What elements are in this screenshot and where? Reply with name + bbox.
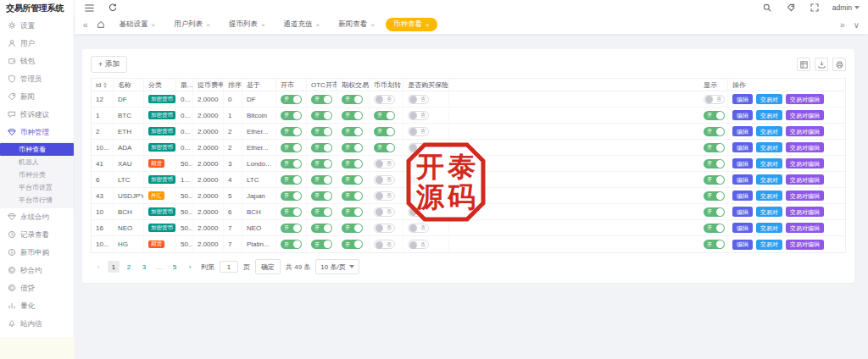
otc-open-toggle[interactable]	[311, 224, 332, 233]
edit-button[interactable]: 编辑	[732, 126, 753, 136]
open-market-toggle[interactable]	[281, 159, 302, 168]
tab-withdraw-list[interactable]: 提币列表×	[221, 18, 273, 31]
trade-pair-button[interactable]: 交易对	[756, 223, 782, 233]
edit-button[interactable]: 编辑	[732, 240, 753, 250]
trade-pair-edit-button[interactable]: 交易对编辑	[786, 126, 824, 136]
insurance-toggle[interactable]	[408, 224, 429, 233]
sidebar-subitem-coin-view[interactable]: 币种查看	[0, 143, 74, 156]
page-confirm-button[interactable]: 确定	[255, 259, 281, 274]
insurance-toggle[interactable]	[408, 240, 429, 249]
insurance-toggle[interactable]	[408, 159, 429, 168]
page-number[interactable]: 5	[169, 261, 181, 273]
page-number[interactable]: 3	[138, 261, 150, 273]
sidebar-item-users[interactable]: 用户	[0, 35, 74, 52]
display-toggle[interactable]	[704, 159, 725, 168]
sidebar-item-new-coin-subscription[interactable]: 新币申购	[0, 244, 74, 262]
trade-pair-edit-button[interactable]: 交易对编辑	[786, 207, 824, 217]
otc-open-toggle[interactable]	[311, 240, 332, 249]
sidebar-item-news[interactable]: 新闻	[0, 88, 74, 106]
open-market-toggle[interactable]	[281, 175, 302, 185]
open-market-toggle[interactable]	[281, 95, 302, 104]
open-market-toggle[interactable]	[281, 143, 302, 152]
otc-open-toggle[interactable]	[311, 127, 332, 136]
open-market-toggle[interactable]	[281, 191, 302, 201]
open-market-toggle[interactable]	[281, 127, 302, 136]
refresh-icon[interactable]	[107, 2, 119, 14]
display-toggle[interactable]	[704, 175, 725, 185]
transfer-toggle[interactable]	[374, 191, 395, 201]
sidebar-item-settings[interactable]: 设置	[0, 17, 74, 35]
insurance-toggle[interactable]	[408, 127, 429, 136]
display-toggle[interactable]	[704, 191, 725, 201]
option-trade-toggle[interactable]	[342, 159, 363, 168]
transfer-toggle[interactable]	[374, 111, 395, 120]
transfer-toggle[interactable]	[374, 175, 395, 185]
trade-pair-edit-button[interactable]: 交易对编辑	[786, 110, 824, 120]
option-trade-toggle[interactable]	[342, 95, 363, 104]
trade-pair-button[interactable]: 交易对	[756, 158, 782, 168]
option-trade-toggle[interactable]	[342, 191, 363, 201]
admin-menu[interactable]: admin	[832, 3, 860, 12]
open-market-toggle[interactable]	[281, 207, 302, 217]
print-icon[interactable]	[832, 58, 846, 71]
display-toggle[interactable]	[704, 127, 725, 136]
option-trade-toggle[interactable]	[342, 240, 363, 249]
edit-button[interactable]: 编辑	[732, 110, 753, 120]
search-icon[interactable]	[761, 2, 773, 14]
page-prev[interactable]: ‹	[92, 261, 104, 273]
trade-pair-button[interactable]: 交易对	[756, 110, 782, 120]
edit-button[interactable]: 编辑	[732, 223, 753, 233]
close-icon[interactable]: ×	[261, 21, 265, 29]
edit-button[interactable]: 编辑	[732, 191, 753, 201]
display-toggle[interactable]	[704, 207, 725, 217]
transfer-toggle[interactable]	[374, 224, 395, 233]
transfer-toggle[interactable]	[374, 159, 395, 168]
insurance-toggle[interactable]	[408, 175, 429, 185]
page-jump-input[interactable]	[220, 261, 238, 273]
option-trade-toggle[interactable]	[342, 143, 363, 152]
hamburger-menu-icon[interactable]	[83, 2, 95, 14]
edit-button[interactable]: 编辑	[732, 158, 753, 168]
display-toggle[interactable]	[704, 95, 725, 104]
theme-tag-icon[interactable]	[785, 2, 797, 14]
open-market-toggle[interactable]	[281, 111, 302, 120]
trade-pair-edit-button[interactable]: 交易对编辑	[786, 158, 824, 168]
trade-pair-button[interactable]: 交易对	[756, 94, 782, 104]
insurance-toggle[interactable]	[408, 111, 429, 120]
edit-button[interactable]: 编辑	[732, 207, 753, 217]
sidebar-item-seconds-contract[interactable]: 秒合约	[0, 262, 74, 279]
sidebar-item-coin-management[interactable]: 币种管理	[0, 124, 74, 141]
trade-pair-button[interactable]: 交易对	[756, 207, 782, 217]
transfer-toggle[interactable]	[374, 240, 395, 249]
option-trade-toggle[interactable]	[342, 127, 363, 136]
sidebar-item-wallet[interactable]: 钱包	[0, 52, 74, 70]
page-number[interactable]: 1	[108, 261, 120, 273]
trade-pair-button[interactable]: 交易对	[756, 126, 782, 136]
close-icon[interactable]: ×	[426, 21, 430, 29]
close-icon[interactable]: ×	[206, 21, 210, 29]
export-icon[interactable]	[815, 58, 828, 71]
page-number[interactable]: 2	[123, 261, 135, 273]
sidebar-item-quant[interactable]: 量化	[0, 297, 74, 315]
trade-pair-edit-button[interactable]: 交易对编辑	[786, 174, 824, 185]
otc-open-toggle[interactable]	[311, 95, 332, 104]
edit-button[interactable]: 编辑	[732, 94, 753, 104]
sidebar-subitem-platform-coin-settings[interactable]: 平台币设置	[0, 181, 74, 194]
tabs-menu-chevron[interactable]: ∨	[852, 20, 861, 30]
close-icon[interactable]: ×	[370, 21, 375, 29]
display-toggle[interactable]	[704, 240, 725, 249]
insurance-toggle[interactable]	[408, 191, 429, 201]
trade-pair-edit-button[interactable]: 交易对编辑	[786, 240, 824, 250]
page-next[interactable]: ›	[184, 261, 196, 273]
insurance-toggle[interactable]	[408, 95, 429, 104]
fullscreen-icon[interactable]	[809, 2, 821, 14]
tab-user-list[interactable]: 用户列表×	[166, 18, 218, 31]
trade-pair-button[interactable]: 交易对	[756, 240, 782, 250]
sidebar-item-perpetual-contract[interactable]: 永续合约	[0, 208, 74, 226]
transfer-toggle[interactable]	[374, 127, 395, 136]
trade-pair-edit-button[interactable]: 交易对编辑	[786, 142, 824, 152]
otc-open-toggle[interactable]	[311, 207, 332, 217]
sidebar-item-loan[interactable]: 借贷	[0, 279, 74, 297]
per-page-select[interactable]: 10 条/页	[315, 259, 359, 274]
sidebar-subitem-robot[interactable]: 机器人	[0, 156, 74, 168]
